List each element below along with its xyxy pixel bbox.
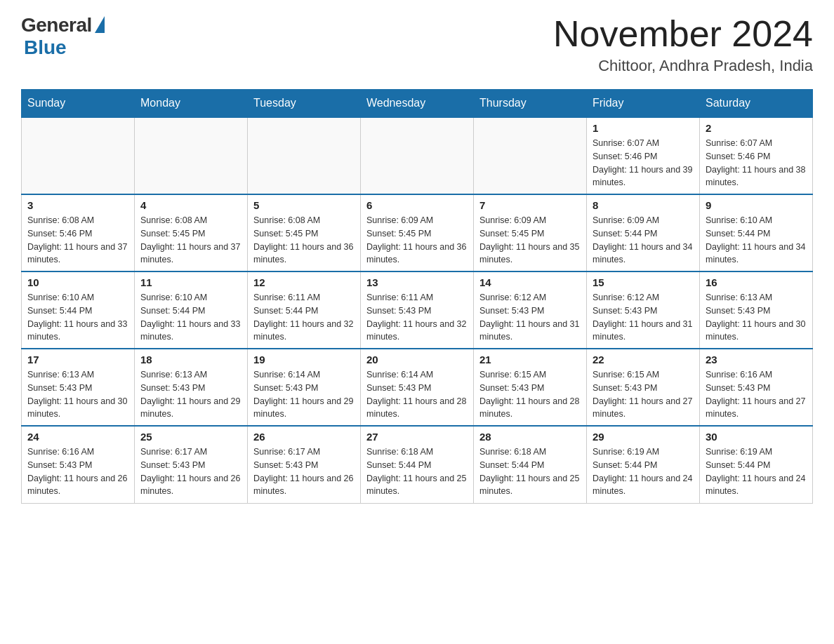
day-info: Sunrise: 6:15 AMSunset: 5:43 PMDaylight:…	[479, 368, 581, 421]
calendar-cell: 14Sunrise: 6:12 AMSunset: 5:43 PMDayligh…	[474, 271, 587, 349]
day-number: 12	[253, 276, 355, 288]
calendar-day-header: Monday	[135, 90, 248, 118]
day-info: Sunrise: 6:16 AMSunset: 5:43 PMDaylight:…	[27, 445, 128, 498]
day-number: 27	[366, 431, 468, 443]
calendar-cell: 28Sunrise: 6:18 AMSunset: 5:44 PMDayligh…	[474, 426, 587, 503]
day-number: 13	[366, 276, 468, 288]
day-number: 6	[366, 199, 468, 211]
logo-triangle-icon	[95, 16, 105, 33]
calendar-cell: 26Sunrise: 6:17 AMSunset: 5:43 PMDayligh…	[248, 426, 361, 503]
day-info: Sunrise: 6:17 AMSunset: 5:43 PMDaylight:…	[253, 445, 355, 498]
calendar-week-row: 3Sunrise: 6:08 AMSunset: 5:46 PMDaylight…	[22, 194, 813, 271]
day-number: 29	[593, 431, 694, 443]
day-info: Sunrise: 6:09 AMSunset: 5:44 PMDaylight:…	[593, 214, 694, 267]
calendar-cell	[474, 117, 587, 194]
calendar-week-row: 10Sunrise: 6:10 AMSunset: 5:44 PMDayligh…	[22, 271, 813, 349]
day-number: 3	[27, 199, 128, 211]
calendar-day-header: Sunday	[22, 90, 135, 118]
day-info: Sunrise: 6:13 AMSunset: 5:43 PMDaylight:…	[706, 291, 807, 344]
calendar-cell: 18Sunrise: 6:13 AMSunset: 5:43 PMDayligh…	[135, 349, 248, 426]
day-number: 30	[706, 431, 807, 443]
day-info: Sunrise: 6:14 AMSunset: 5:43 PMDaylight:…	[366, 368, 468, 421]
day-number: 8	[593, 199, 694, 211]
logo-blue-text: Blue	[24, 36, 67, 59]
calendar-cell: 27Sunrise: 6:18 AMSunset: 5:44 PMDayligh…	[361, 426, 474, 503]
page-header: General Blue November 2024 Chittoor, And…	[21, 14, 813, 75]
calendar-cell: 20Sunrise: 6:14 AMSunset: 5:43 PMDayligh…	[361, 349, 474, 426]
calendar-cell: 3Sunrise: 6:08 AMSunset: 5:46 PMDaylight…	[22, 194, 135, 271]
day-number: 14	[479, 276, 581, 288]
day-info: Sunrise: 6:08 AMSunset: 5:45 PMDaylight:…	[253, 214, 355, 267]
day-number: 9	[706, 199, 807, 211]
day-info: Sunrise: 6:14 AMSunset: 5:43 PMDaylight:…	[253, 368, 355, 421]
day-number: 24	[27, 431, 128, 443]
day-number: 1	[593, 122, 694, 134]
calendar-cell: 12Sunrise: 6:11 AMSunset: 5:44 PMDayligh…	[248, 271, 361, 349]
calendar-cell: 19Sunrise: 6:14 AMSunset: 5:43 PMDayligh…	[248, 349, 361, 426]
calendar-cell: 2Sunrise: 6:07 AMSunset: 5:46 PMDaylight…	[700, 117, 813, 194]
calendar-cell: 16Sunrise: 6:13 AMSunset: 5:43 PMDayligh…	[700, 271, 813, 349]
calendar-cell: 8Sunrise: 6:09 AMSunset: 5:44 PMDaylight…	[587, 194, 700, 271]
day-info: Sunrise: 6:09 AMSunset: 5:45 PMDaylight:…	[366, 214, 468, 267]
calendar-cell: 24Sunrise: 6:16 AMSunset: 5:43 PMDayligh…	[22, 426, 135, 503]
logo-general-text: General	[21, 14, 92, 36]
day-number: 11	[140, 276, 241, 288]
day-info: Sunrise: 6:09 AMSunset: 5:45 PMDaylight:…	[479, 214, 581, 267]
day-number: 4	[140, 199, 241, 211]
calendar-cell: 30Sunrise: 6:19 AMSunset: 5:44 PMDayligh…	[700, 426, 813, 503]
day-info: Sunrise: 6:15 AMSunset: 5:43 PMDaylight:…	[593, 368, 694, 421]
day-info: Sunrise: 6:18 AMSunset: 5:44 PMDaylight:…	[366, 445, 468, 498]
day-number: 23	[706, 354, 807, 365]
day-number: 17	[27, 354, 128, 365]
calendar-cell: 22Sunrise: 6:15 AMSunset: 5:43 PMDayligh…	[587, 349, 700, 426]
calendar-day-header: Saturday	[700, 90, 813, 118]
calendar-cell	[22, 117, 135, 194]
day-number: 22	[593, 354, 694, 365]
calendar-cell: 15Sunrise: 6:12 AMSunset: 5:43 PMDayligh…	[587, 271, 700, 349]
day-info: Sunrise: 6:12 AMSunset: 5:43 PMDaylight:…	[479, 291, 581, 344]
logo: General Blue	[21, 14, 105, 59]
day-info: Sunrise: 6:07 AMSunset: 5:46 PMDaylight:…	[706, 137, 807, 189]
day-info: Sunrise: 6:07 AMSunset: 5:46 PMDaylight:…	[593, 137, 694, 189]
day-number: 15	[593, 276, 694, 288]
day-info: Sunrise: 6:10 AMSunset: 5:44 PMDaylight:…	[706, 214, 807, 267]
title-area: November 2024 Chittoor, Andhra Pradesh, …	[553, 14, 813, 75]
day-info: Sunrise: 6:11 AMSunset: 5:43 PMDaylight:…	[366, 291, 468, 344]
calendar-day-header: Tuesday	[248, 90, 361, 118]
calendar-day-header: Friday	[587, 90, 700, 118]
day-info: Sunrise: 6:13 AMSunset: 5:43 PMDaylight:…	[140, 368, 241, 421]
day-info: Sunrise: 6:17 AMSunset: 5:43 PMDaylight:…	[140, 445, 241, 498]
day-number: 10	[27, 276, 128, 288]
calendar-cell: 17Sunrise: 6:13 AMSunset: 5:43 PMDayligh…	[22, 349, 135, 426]
calendar-week-row: 17Sunrise: 6:13 AMSunset: 5:43 PMDayligh…	[22, 349, 813, 426]
calendar-cell: 4Sunrise: 6:08 AMSunset: 5:45 PMDaylight…	[135, 194, 248, 271]
day-number: 2	[706, 122, 807, 134]
location-subtitle: Chittoor, Andhra Pradesh, India	[553, 57, 813, 75]
calendar-cell: 23Sunrise: 6:16 AMSunset: 5:43 PMDayligh…	[700, 349, 813, 426]
day-info: Sunrise: 6:11 AMSunset: 5:44 PMDaylight:…	[253, 291, 355, 344]
day-info: Sunrise: 6:08 AMSunset: 5:46 PMDaylight:…	[27, 214, 128, 267]
day-number: 25	[140, 431, 241, 443]
calendar-cell: 6Sunrise: 6:09 AMSunset: 5:45 PMDaylight…	[361, 194, 474, 271]
calendar-cell: 29Sunrise: 6:19 AMSunset: 5:44 PMDayligh…	[587, 426, 700, 503]
day-info: Sunrise: 6:12 AMSunset: 5:43 PMDaylight:…	[593, 291, 694, 344]
day-number: 7	[479, 199, 581, 211]
day-info: Sunrise: 6:19 AMSunset: 5:44 PMDaylight:…	[706, 445, 807, 498]
day-number: 28	[479, 431, 581, 443]
day-number: 5	[253, 199, 355, 211]
day-number: 16	[706, 276, 807, 288]
month-title: November 2024	[553, 14, 813, 54]
calendar-week-row: 24Sunrise: 6:16 AMSunset: 5:43 PMDayligh…	[22, 426, 813, 503]
day-number: 20	[366, 354, 468, 365]
calendar-cell: 11Sunrise: 6:10 AMSunset: 5:44 PMDayligh…	[135, 271, 248, 349]
calendar-cell: 21Sunrise: 6:15 AMSunset: 5:43 PMDayligh…	[474, 349, 587, 426]
calendar-cell	[248, 117, 361, 194]
calendar-cell: 9Sunrise: 6:10 AMSunset: 5:44 PMDaylight…	[700, 194, 813, 271]
day-info: Sunrise: 6:10 AMSunset: 5:44 PMDaylight:…	[27, 291, 128, 344]
day-info: Sunrise: 6:08 AMSunset: 5:45 PMDaylight:…	[140, 214, 241, 267]
calendar-cell: 10Sunrise: 6:10 AMSunset: 5:44 PMDayligh…	[22, 271, 135, 349]
calendar-week-row: 1Sunrise: 6:07 AMSunset: 5:46 PMDaylight…	[22, 117, 813, 194]
day-info: Sunrise: 6:10 AMSunset: 5:44 PMDaylight:…	[140, 291, 241, 344]
calendar-cell	[135, 117, 248, 194]
day-number: 19	[253, 354, 355, 365]
